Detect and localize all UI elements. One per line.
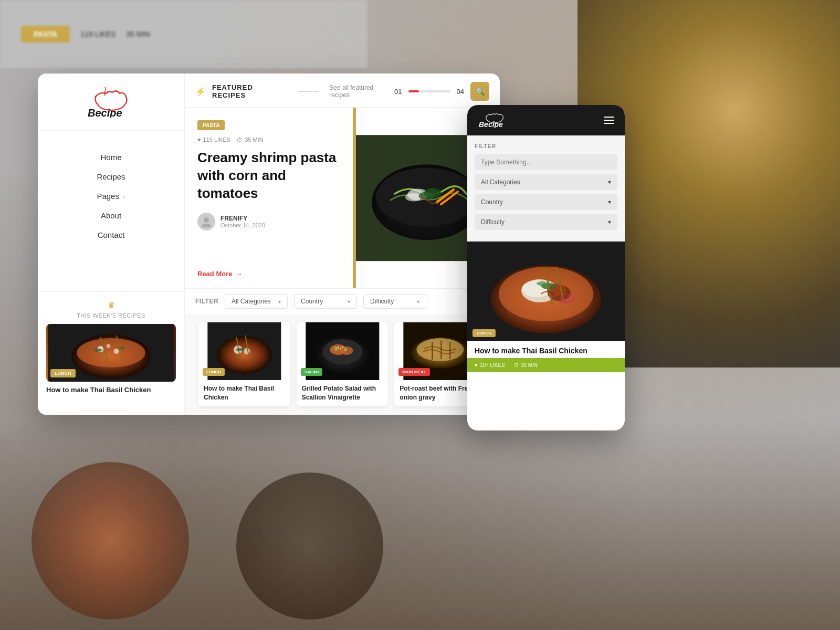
mobile-food-visual — [467, 242, 625, 341]
difficulty-filter[interactable]: Difficulty ▾ — [363, 294, 426, 309]
search-button[interactable]: 🔍 — [470, 82, 489, 101]
mobile-country-label: Country — [481, 198, 503, 206]
recipe-card-1[interactable]: LUNCH How to make Thai Basil Chicken — [198, 322, 290, 406]
mobile-card: Becipe FILTER All Categories ▾ Country ▾… — [467, 105, 625, 430]
mobile-header: Becipe — [467, 105, 625, 135]
mobile-time-value: 30 MIN — [521, 362, 538, 368]
hero-image-border — [353, 108, 356, 288]
see-all-link[interactable]: See all featured recipes — [329, 84, 394, 99]
avatar-icon — [201, 216, 212, 227]
nav-item-about[interactable]: About — [38, 206, 184, 225]
author-info: FRENIFY October 14, 2020 — [220, 215, 265, 228]
main-content: ⚡ FEATURED RECIPES See all featured reci… — [185, 74, 500, 415]
logo-area: Becipe — [38, 86, 184, 131]
this-week-label: THIS WEEK'S RECIPES — [46, 312, 176, 319]
svg-point-11 — [204, 217, 209, 223]
nav-item-home[interactable]: Home — [38, 148, 184, 167]
mobile-country-chevron-icon: ▾ — [608, 198, 611, 206]
author-date: October 14, 2020 — [220, 222, 265, 228]
mobile-filter-title: FILTER — [475, 143, 617, 149]
pagination-start: 01 — [394, 88, 402, 96]
desktop-card: Becipe Home Recipes Pages › About Contac… — [38, 74, 500, 415]
hero-title: Creamy shrimp pasta with corn and tomato… — [197, 149, 340, 202]
progress-bar-fill — [408, 90, 419, 92]
hamburger-button[interactable] — [604, 117, 614, 124]
progress-bar — [408, 90, 450, 92]
svg-point-7 — [94, 349, 102, 352]
nav-label-contact: Contact — [98, 230, 125, 239]
lightning-icon: ⚡ — [195, 87, 206, 97]
hero-time: ⏱ 35 MIN — [237, 136, 263, 143]
sidebar-badge: LUNCH — [50, 369, 76, 377]
hero-text: PASTA ♥ 119 LIKES ⏱ 35 MIN Creamy shrimp… — [185, 108, 353, 288]
svg-text:Becipe: Becipe — [479, 120, 503, 128]
mobile-likes-count: 107 LIKES — [480, 362, 505, 368]
nav-item-contact[interactable]: Contact — [38, 225, 184, 245]
featured-title: FEATURED RECIPES — [212, 83, 288, 99]
pagination-area: 01 04 🔍 — [394, 82, 489, 101]
country-chevron-icon: ▾ — [348, 299, 350, 304]
hamburger-line3 — [604, 123, 614, 124]
nav-label-recipes: Recipes — [97, 172, 125, 181]
author-row: FRENIFY October 14, 2020 — [197, 213, 340, 230]
hamburger-line1 — [604, 117, 614, 118]
top-bar-pill: PASTA — [21, 26, 70, 43]
svg-point-33 — [344, 348, 347, 351]
svg-point-3 — [77, 338, 145, 368]
recipe-card-2[interactable]: SALAD Grilled Potato Salad with Scallion… — [297, 322, 388, 406]
mobile-categories-chevron-icon: ▾ — [608, 178, 611, 186]
difficulty-chevron-icon: ▾ — [417, 299, 419, 304]
featured-divider — [298, 91, 319, 92]
mobile-categories-select[interactable]: All Categories ▾ — [475, 174, 617, 190]
bg-food-bowl-center — [236, 472, 383, 620]
nav-label-about: About — [101, 211, 121, 220]
svg-point-35 — [340, 348, 341, 350]
card1-title: How to make Thai Basil Chicken — [198, 380, 290, 406]
featured-header: ⚡ FEATURED RECIPES See all featured reci… — [185, 74, 500, 108]
mobile-recipe-footer: ♥ 107 LIKES ⏱ 30 MIN — [467, 358, 625, 372]
pasta-badge: PASTA — [197, 120, 225, 130]
sidebar-recipe-image: LUNCH — [46, 324, 176, 382]
author-name: FRENIFY — [220, 215, 265, 222]
sidebar-bottom: ♛ THIS WEEK'S RECIPES — [38, 291, 184, 402]
author-avatar — [197, 213, 215, 230]
filter-label: FILTER — [195, 298, 218, 305]
svg-point-6 — [107, 344, 111, 348]
country-filter[interactable]: Country ▾ — [294, 294, 357, 309]
mobile-recipe-title: How to make Thai Basil Chicken — [467, 341, 625, 358]
hero-meta: ♥ 119 LIKES ⏱ 35 MIN — [197, 136, 340, 143]
nav-label-home: Home — [100, 153, 121, 162]
nav-item-pages[interactable]: Pages › — [38, 186, 184, 206]
arrow-right-icon: → — [235, 270, 242, 278]
categories-filter[interactable]: All Categories ▾ — [225, 294, 288, 309]
nav-item-recipes[interactable]: Recipes — [38, 167, 184, 186]
mobile-filter-section: FILTER All Categories ▾ Country ▾ Diffic… — [467, 135, 625, 242]
top-bar-likes: 119 LIKES — [80, 30, 116, 38]
mobile-search-input[interactable] — [475, 154, 617, 170]
bg-food-bowl-left — [32, 462, 189, 620]
card1-badge: LUNCH — [203, 368, 225, 376]
difficulty-label: Difficulty — [370, 298, 394, 305]
categories-label: All Categories — [232, 298, 271, 305]
country-label: Country — [301, 298, 323, 305]
categories-chevron-icon: ▾ — [278, 299, 281, 304]
svg-point-34 — [338, 347, 339, 349]
svg-point-12 — [202, 224, 211, 227]
featured-left: ⚡ FEATURED RECIPES See all featured reci… — [195, 83, 394, 99]
svg-point-23 — [244, 348, 250, 354]
mobile-categories-label: All Categories — [481, 178, 520, 186]
svg-point-5 — [114, 349, 119, 354]
filter-bar: FILTER All Categories ▾ Country ▾ Diffic… — [185, 288, 500, 314]
card2-badge: SALAD — [301, 368, 323, 376]
svg-text:Becipe: Becipe — [88, 107, 122, 118]
recipe-card-1-image: LUNCH — [198, 322, 290, 380]
pagination-end: 04 — [457, 88, 464, 96]
read-more-label: Read More — [197, 270, 232, 278]
svg-point-36 — [342, 346, 343, 348]
mobile-difficulty-select[interactable]: Difficulty ▾ — [475, 214, 617, 230]
mobile-country-select[interactable]: Country ▾ — [475, 194, 617, 210]
read-more-button[interactable]: Read More → — [197, 270, 340, 278]
mobile-recipe-badge: LUNCH — [472, 329, 496, 337]
svg-point-19 — [419, 192, 434, 200]
mobile-heart-icon: ♥ — [475, 362, 478, 368]
